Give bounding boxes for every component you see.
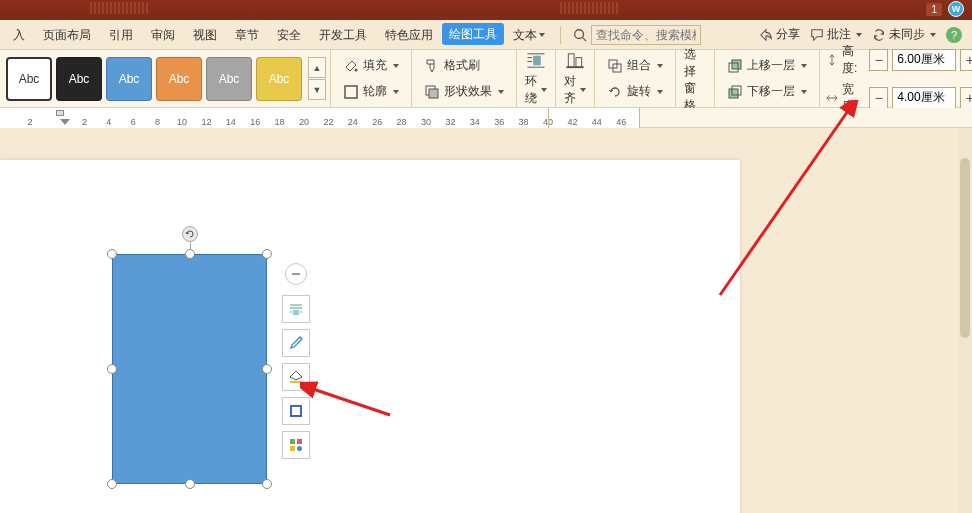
hanging-indent-marker[interactable] — [60, 119, 70, 125]
group-button[interactable]: 组合 — [603, 55, 667, 77]
ruler-number: 36 — [494, 117, 504, 127]
menu-review[interactable]: 审阅 — [142, 21, 184, 49]
height-increment[interactable]: + — [960, 49, 972, 71]
menu-view[interactable]: 视图 — [184, 21, 226, 49]
resize-handle-w[interactable] — [107, 364, 117, 374]
command-search[interactable] — [573, 25, 701, 45]
align-button[interactable]: 对齐 — [556, 50, 595, 107]
menu-text-tools[interactable]: 文本 — [504, 21, 554, 49]
ruler-margin-marker — [548, 108, 549, 128]
horizontal-ruler[interactable]: 2246810121416182022242628303234363840424… — [0, 108, 640, 128]
bring-forward-button[interactable]: 上移一层 — [723, 55, 811, 77]
shape-quick-panel — [282, 263, 310, 459]
resize-handle-nw[interactable] — [107, 249, 117, 259]
resize-handle-n[interactable] — [185, 249, 195, 259]
search-icon — [573, 28, 587, 42]
ruler-number: 20 — [299, 117, 309, 127]
selected-shape[interactable] — [112, 254, 267, 484]
menu-insert[interactable]: 入 — [4, 21, 34, 49]
svg-rect-11 — [568, 54, 574, 67]
style-swatch-5[interactable]: Abc — [206, 57, 252, 101]
ruler-number: 10 — [177, 117, 187, 127]
gallery-scroll-up[interactable]: ▲ — [308, 57, 326, 78]
ribbon-toolbar: Abc Abc Abc Abc Abc Abc ▲ ▼ 填充 轮廓 格式刷 形状… — [0, 50, 972, 108]
menu-page-layout[interactable]: 页面布局 — [34, 21, 100, 49]
resize-handle-se[interactable] — [262, 479, 272, 489]
rectangle-shape[interactable] — [112, 254, 267, 484]
menu-special[interactable]: 特色应用 — [376, 21, 442, 49]
ruler-number: 28 — [397, 117, 407, 127]
width-input[interactable] — [892, 87, 956, 109]
panel-format-brush-button[interactable] — [282, 329, 310, 357]
ruler-number: 32 — [445, 117, 455, 127]
fill-outline-group: 填充 轮廓 — [331, 50, 412, 107]
resize-handle-s[interactable] — [185, 479, 195, 489]
menu-sections[interactable]: 章节 — [226, 21, 268, 49]
rotate-handle[interactable] — [182, 226, 198, 242]
user-avatar[interactable]: W — [948, 1, 964, 17]
notification-badge[interactable]: 1 — [926, 3, 942, 16]
wrap-button[interactable]: 环绕 — [517, 50, 556, 107]
style-swatch-2[interactable]: Abc — [56, 57, 102, 101]
svg-point-2 — [355, 68, 358, 71]
more-options-icon — [288, 437, 304, 453]
layout-options-icon — [288, 301, 304, 317]
style-swatch-1[interactable]: Abc — [6, 57, 52, 101]
share-button[interactable]: 分享 — [759, 26, 800, 43]
send-backward-button[interactable]: 下移一层 — [723, 81, 811, 103]
panel-layout-button[interactable] — [282, 295, 310, 323]
style-swatch-4[interactable]: Abc — [156, 57, 202, 101]
style-swatch-3[interactable]: Abc — [106, 57, 152, 101]
svg-point-0 — [575, 29, 584, 38]
menu-references[interactable]: 引用 — [100, 21, 142, 49]
comment-button[interactable]: 批注 — [810, 26, 862, 43]
group-rotate-group: 组合 旋转 — [595, 50, 676, 107]
outline-button[interactable]: 轮廓 — [339, 81, 403, 103]
selection-pane-button[interactable]: 选择窗格 — [676, 50, 715, 107]
width-decrement[interactable]: − — [869, 87, 888, 109]
style-swatch-6[interactable]: Abc — [256, 57, 302, 101]
panel-more-button[interactable] — [282, 431, 310, 459]
menu-security[interactable]: 安全 — [268, 21, 310, 49]
panel-shape-outline-button[interactable] — [282, 397, 310, 425]
ruler-number: 2 — [27, 117, 32, 127]
format-painter-label: 格式刷 — [444, 57, 480, 74]
panel-collapse-button[interactable] — [285, 263, 307, 285]
help-button[interactable]: ? — [946, 27, 962, 43]
arrange-group: 上移一层 下移一层 — [715, 50, 820, 107]
shape-effects-button[interactable]: 形状效果 — [420, 81, 508, 103]
rotate-button[interactable]: 旋转 — [603, 81, 667, 103]
ruler-number: 16 — [250, 117, 260, 127]
gallery-expand[interactable]: ▼ — [308, 79, 326, 100]
menu-separator — [560, 26, 561, 44]
sync-icon — [872, 28, 886, 42]
vertical-scrollbar[interactable] — [958, 128, 972, 513]
resize-handle-sw[interactable] — [107, 479, 117, 489]
ruler-number: 8 — [155, 117, 160, 127]
resize-handle-e[interactable] — [262, 364, 272, 374]
sync-button[interactable]: 未同步 — [872, 26, 936, 43]
first-line-indent-marker[interactable] — [56, 110, 64, 116]
width-increment[interactable]: + — [960, 87, 972, 109]
height-icon — [826, 53, 838, 67]
ruler-number: 46 — [616, 117, 626, 127]
panel-shape-fill-button[interactable] — [282, 363, 310, 391]
scroll-thumb[interactable] — [960, 158, 970, 338]
ruler-number: 6 — [131, 117, 136, 127]
search-input[interactable] — [591, 25, 701, 45]
svg-rect-19 — [732, 60, 741, 69]
format-painter-button[interactable]: 格式刷 — [420, 55, 508, 77]
menu-developer[interactable]: 开发工具 — [310, 21, 376, 49]
fill-button[interactable]: 填充 — [339, 55, 403, 77]
height-input[interactable] — [892, 49, 956, 71]
bring-forward-icon — [727, 58, 743, 74]
menu-drawing-tools[interactable]: 绘图工具 — [442, 23, 504, 45]
height-decrement[interactable]: − — [869, 49, 888, 71]
shape-outline-icon — [288, 403, 304, 419]
work-area — [0, 128, 972, 513]
selection-pane-label: 选择窗格 — [684, 46, 706, 114]
comment-label: 批注 — [827, 26, 851, 43]
svg-rect-31 — [290, 381, 302, 383]
resize-handle-ne[interactable] — [262, 249, 272, 259]
document-page[interactable] — [0, 160, 740, 513]
